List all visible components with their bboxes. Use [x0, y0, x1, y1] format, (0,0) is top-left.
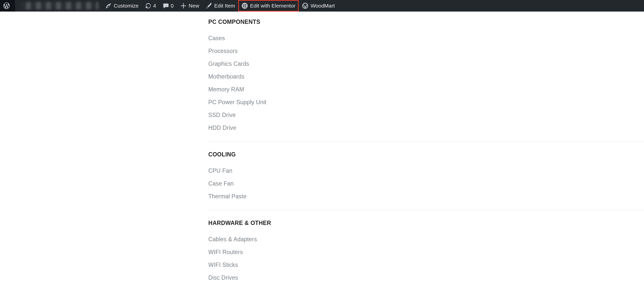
updates-link[interactable]: 4 — [142, 0, 159, 12]
site-name-blur — [21, 2, 99, 10]
wp-logo[interactable] — [0, 0, 15, 12]
menu-group-cooling: COOLING CPU Fan Case Fan Thermal Paste — [208, 142, 644, 210]
menu-group-pc-components: PC COMPONENTS Cases Processors Graphics … — [208, 15, 644, 142]
group-title: COOLING — [208, 149, 644, 160]
svg-rect-4 — [244, 7, 246, 8]
customize-link[interactable]: Customize — [102, 0, 142, 12]
group-title: PC COMPONENTS — [208, 17, 644, 27]
list-item[interactable]: Memory RAM — [208, 83, 644, 96]
list-item[interactable]: Thermal Paste — [208, 190, 644, 203]
list-item[interactable]: Case Fan — [208, 177, 644, 190]
list-item[interactable]: HDD Drive — [208, 122, 644, 134]
woodmart-label: WoodMart — [310, 3, 335, 9]
page-content: PC COMPONENTS Cases Processors Graphics … — [0, 12, 644, 300]
wp-admin-bar: Customize 4 0 New Edit Item Edit with El… — [0, 0, 644, 12]
list-item[interactable]: Disc Drives — [208, 271, 644, 284]
group-list: Cases Processors Graphics Cards Motherbo… — [208, 32, 644, 134]
list-item[interactable]: PC Power Supply Unit — [208, 96, 644, 109]
list-item[interactable]: Graphics Cards — [208, 57, 644, 70]
svg-rect-2 — [244, 4, 246, 5]
plus-icon — [180, 3, 187, 9]
updates-count: 4 — [153, 3, 156, 9]
list-item[interactable]: Cases — [208, 32, 644, 45]
customize-label: Customize — [114, 3, 139, 9]
list-item[interactable]: Processors — [208, 45, 644, 57]
menu-group-hardware-other: HARDWARE & OTHER Cables & Adapters WIFI … — [208, 210, 644, 291]
woodmart-icon — [302, 3, 308, 9]
comments-link[interactable]: 0 — [159, 0, 177, 12]
category-menu: PC COMPONENTS Cases Processors Graphics … — [208, 15, 644, 291]
edit-item-link[interactable]: Edit Item — [203, 0, 238, 12]
pencil-icon — [206, 3, 212, 9]
svg-rect-3 — [244, 6, 246, 6]
list-item[interactable]: WIFI Routers — [208, 246, 644, 259]
comments-icon — [163, 3, 169, 9]
list-item[interactable]: Motherboards — [208, 70, 644, 83]
group-title: HARDWARE & OTHER — [208, 218, 644, 228]
list-item[interactable]: SSD Drive — [208, 109, 644, 122]
site-name[interactable] — [15, 0, 102, 12]
list-item[interactable]: CPU Fan — [208, 164, 644, 177]
svg-rect-1 — [243, 4, 244, 8]
list-item[interactable]: WIFI Sticks — [208, 259, 644, 271]
group-list: CPU Fan Case Fan Thermal Paste — [208, 164, 644, 203]
new-link[interactable]: New — [177, 0, 203, 12]
wordpress-icon — [3, 3, 10, 9]
elementor-icon — [241, 3, 248, 9]
comments-count: 0 — [171, 3, 174, 9]
customize-icon — [105, 3, 112, 9]
woodmart-link[interactable]: WoodMart — [299, 0, 338, 12]
new-label: New — [189, 3, 199, 9]
list-item[interactable]: Cables & Adapters — [208, 233, 644, 246]
edit-with-elementor-link[interactable]: Edit with Elementor — [238, 0, 299, 12]
group-list: Cables & Adapters WIFI Routers WIFI Stic… — [208, 233, 644, 284]
edit-item-label: Edit Item — [214, 3, 235, 9]
updates-icon — [145, 3, 152, 9]
elementor-label: Edit with Elementor — [250, 3, 295, 9]
